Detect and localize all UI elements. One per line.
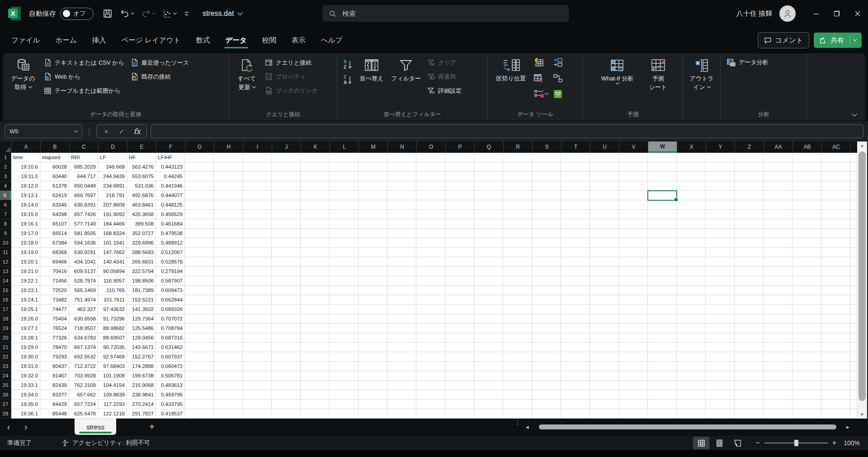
cell-W24[interactable]	[648, 371, 677, 381]
cell-L14[interactable]	[330, 276, 359, 286]
cell-J8[interactable]	[272, 219, 301, 229]
row-header-10[interactable]: 10	[0, 238, 11, 248]
cell-M25[interactable]	[359, 381, 387, 390]
share-button[interactable]: 共有	[814, 33, 862, 48]
column-header-K[interactable]: K	[301, 141, 330, 153]
cell-L13[interactable]	[330, 267, 359, 276]
cell-P11[interactable]	[445, 248, 474, 257]
column-header-U[interactable]: U	[590, 141, 619, 153]
cell-C2[interactable]: 685.2029	[69, 162, 98, 172]
cell-T12[interactable]	[561, 257, 590, 267]
cell-N5[interactable]	[387, 191, 416, 200]
cell-D6[interactable]: 207.8609	[98, 200, 127, 210]
cell-Q25[interactable]	[474, 381, 503, 390]
cell-T11[interactable]	[561, 248, 590, 257]
cell-Q16[interactable]	[474, 295, 503, 305]
cell-AB3[interactable]	[793, 172, 821, 181]
cell-X28[interactable]	[677, 409, 706, 419]
cell-W6[interactable]	[648, 200, 677, 210]
cell-H18[interactable]	[214, 314, 243, 324]
cell-U26[interactable]	[590, 390, 619, 400]
cell-F21[interactable]: 0.631462	[156, 343, 185, 352]
cell-AC26[interactable]	[821, 390, 850, 400]
cell-U4[interactable]	[590, 181, 619, 191]
cell-Z19[interactable]	[735, 324, 764, 333]
cell-D16[interactable]: 101.7611	[98, 295, 127, 305]
cell-AB19[interactable]	[793, 324, 821, 333]
row-header-28[interactable]: 28	[0, 409, 11, 419]
cell-K1[interactable]	[301, 153, 330, 162]
cell-R1[interactable]	[503, 153, 532, 162]
cell-W17[interactable]	[648, 305, 677, 314]
cell-H23[interactable]	[214, 362, 243, 371]
cell-K16[interactable]	[301, 295, 330, 305]
cell-W11[interactable]	[648, 248, 677, 257]
from-web-button[interactable]: Web から	[41, 70, 127, 84]
cell-B5[interactable]: 62419	[40, 191, 69, 200]
cell-Y24[interactable]	[706, 371, 735, 381]
cell-K26[interactable]	[301, 390, 330, 400]
column-header-V[interactable]: V	[619, 141, 648, 153]
cell-B26[interactable]: 83377	[40, 390, 69, 400]
cell-AC24[interactable]	[821, 371, 850, 381]
cell-O28[interactable]	[416, 409, 445, 419]
column-header-D[interactable]: D	[99, 141, 127, 153]
cell-O23[interactable]	[416, 362, 445, 371]
cell-I27[interactable]	[243, 400, 272, 409]
cell-F11[interactable]: 0.512067	[156, 248, 185, 257]
forecast-sheet-button[interactable]: 予測 シート	[643, 56, 673, 91]
cell-Z21[interactable]	[735, 343, 764, 352]
cell-AA16[interactable]	[764, 295, 793, 305]
cell-E13[interactable]: 322.5794	[127, 267, 156, 276]
cell-N26[interactable]	[387, 390, 416, 400]
cell-G22[interactable]	[185, 352, 214, 362]
cell-P28[interactable]	[445, 409, 474, 419]
cell-J16[interactable]	[272, 295, 301, 305]
cell-Y3[interactable]	[706, 172, 735, 181]
cell-D25[interactable]: 104.4154	[98, 381, 127, 390]
cell-T7[interactable]	[561, 210, 590, 219]
row-header-14[interactable]: 14	[0, 276, 11, 286]
cell-V3[interactable]	[619, 172, 648, 181]
tab-挿入[interactable]: 挿入	[85, 31, 114, 49]
row-header-11[interactable]: 11	[0, 248, 11, 257]
cell-R15[interactable]	[503, 286, 532, 295]
cell-M10[interactable]	[359, 238, 387, 248]
cell-L5[interactable]	[330, 191, 359, 200]
cell-Z2[interactable]	[735, 162, 764, 172]
cell-A21[interactable]: 19:29.0	[11, 343, 40, 352]
cell-F20[interactable]: 0.687316	[156, 333, 185, 343]
cell-C1[interactable]: RRI	[69, 153, 98, 162]
column-header-J[interactable]: J	[272, 141, 301, 153]
cell-Q17[interactable]	[474, 305, 503, 314]
cell-F18[interactable]: 0.707072	[156, 314, 185, 324]
cell-Q26[interactable]	[474, 390, 503, 400]
undo-button[interactable]	[117, 6, 137, 21]
cell-B15[interactable]: 72520	[40, 286, 69, 295]
outline-button[interactable]: アウトラ イン	[687, 56, 717, 91]
cell-AA9[interactable]	[764, 229, 793, 238]
cell-B16[interactable]: 73482	[40, 295, 69, 305]
cell-D10[interactable]: 161.1941	[98, 238, 127, 248]
cell-J21[interactable]	[272, 343, 301, 352]
cell-W1[interactable]	[648, 153, 677, 162]
cell-V26[interactable]	[619, 390, 648, 400]
cell-X14[interactable]	[677, 276, 706, 286]
cell-M9[interactable]	[359, 229, 387, 238]
cell-W20[interactable]	[648, 333, 677, 343]
cell-Y12[interactable]	[706, 257, 735, 267]
cell-AC6[interactable]	[821, 200, 850, 210]
cell-Q11[interactable]	[474, 248, 503, 257]
cell-F7[interactable]: 0.456529	[156, 210, 185, 219]
cell-O11[interactable]	[416, 248, 445, 257]
accessibility-status[interactable]: ? アクセシビリティ: 利用不可	[61, 439, 150, 447]
cell-D8[interactable]: 184.4466	[98, 219, 127, 229]
cell-U2[interactable]	[590, 162, 619, 172]
cell-T18[interactable]	[561, 314, 590, 324]
cell-F8[interactable]: 0.461684	[156, 219, 185, 229]
cell-X1[interactable]	[677, 153, 706, 162]
cell-J26[interactable]	[272, 390, 301, 400]
horizontal-scroll-thumb[interactable]	[539, 424, 836, 429]
cell-A19[interactable]: 19:27.1	[11, 324, 40, 333]
recent-sources-button[interactable]: 最近使ったソース	[128, 56, 191, 70]
